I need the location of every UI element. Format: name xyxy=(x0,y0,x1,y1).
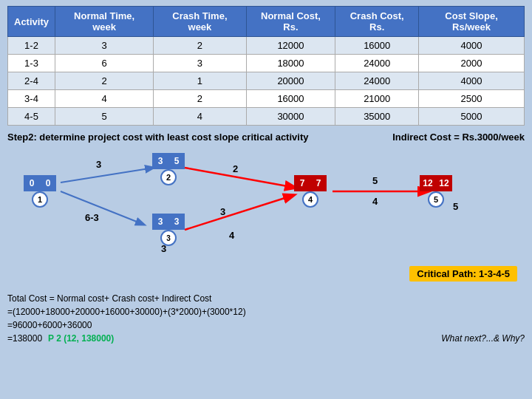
node-4: 7 7 4 xyxy=(294,175,327,208)
table-cell: 2000 xyxy=(419,55,525,72)
what-next-text: What next?...& Why? xyxy=(441,332,525,345)
table-cell: 4 xyxy=(154,108,246,126)
edge-34-label: 4 xyxy=(229,230,234,241)
col-header-activity: Activity xyxy=(8,7,55,37)
node-5-top: 12 xyxy=(420,175,436,191)
total-cost-block: Total Cost = Normal cost+ Crash cost+ In… xyxy=(7,292,246,345)
col-header-crash-time: Crash Time, week xyxy=(154,7,246,37)
p2-highlight: P 2 (12, 138000) xyxy=(48,332,114,345)
table-cell: 6 xyxy=(55,55,153,72)
table-cell: 4000 xyxy=(419,72,525,90)
svg-text:3: 3 xyxy=(220,206,225,217)
table-cell: 18000 xyxy=(246,55,335,72)
node-63-mid: 3 xyxy=(168,214,185,230)
table-cell: 24000 xyxy=(335,55,419,72)
table-cell: 4000 xyxy=(419,37,525,55)
table-cell: 1-3 xyxy=(8,55,55,72)
svg-line-3 xyxy=(185,195,294,230)
table-cell: 16000 xyxy=(246,90,335,108)
table-cell: 30000 xyxy=(246,108,335,126)
svg-text:4: 4 xyxy=(372,196,378,207)
table-cell: 3 xyxy=(55,37,153,55)
total-cost-line4: =138000 xyxy=(7,332,42,345)
table-cell: 1 xyxy=(154,72,246,90)
col-header-normal-cost: Normal Cost, Rs. xyxy=(246,7,335,37)
node-2: 3 5 2 xyxy=(152,153,185,185)
table-cell: 5 xyxy=(55,108,153,126)
table-cell: 2-4 xyxy=(8,72,55,90)
node-4-circle: 4 xyxy=(302,191,318,208)
node-1-bot: 0 xyxy=(40,175,56,191)
table-cell: 20000 xyxy=(246,72,335,90)
what-next-block: What next?...& Why? xyxy=(441,292,525,345)
node-4-top: 7 xyxy=(294,175,310,191)
svg-line-1 xyxy=(61,191,144,225)
table-cell: 35000 xyxy=(335,108,419,126)
table-cell: 2 xyxy=(55,72,153,90)
svg-text:5: 5 xyxy=(372,175,378,186)
node-4-bot: 7 xyxy=(310,175,327,191)
critical-path-label: Critical Path: 1-3-4-5 xyxy=(409,266,517,282)
col-header-normal-time: Normal Time, week xyxy=(55,7,153,37)
step2-row: Step2: determine project cost with least… xyxy=(7,132,525,143)
table-cell: 2 xyxy=(154,37,246,55)
node-1: 0 0 1 xyxy=(24,175,56,208)
svg-line-2 xyxy=(185,168,296,188)
table-cell: 1-2 xyxy=(8,37,55,55)
node-63-top: 3 xyxy=(152,214,168,230)
svg-text:3: 3 xyxy=(96,159,101,170)
node-5: 12 12 5 xyxy=(420,175,452,208)
total-cost-line1: Total Cost = Normal cost+ Crash cost+ In… xyxy=(7,292,246,305)
table-cell: 5000 xyxy=(419,108,525,126)
table-cell: 12000 xyxy=(246,37,335,55)
node-5-circle: 5 xyxy=(428,191,444,208)
total-cost-line4-row: =138000 P 2 (12, 138000) xyxy=(7,332,246,345)
table-cell: 3 xyxy=(154,55,246,72)
table-cell: 24000 xyxy=(335,72,419,90)
svg-text:2: 2 xyxy=(233,163,238,174)
node-2-top: 3 xyxy=(152,153,168,169)
node-2-circle: 2 xyxy=(160,169,177,185)
total-cost-line2: =(12000+18000+20000+16000+30000)+(3*2000… xyxy=(7,305,246,318)
node-1-top: 0 xyxy=(24,175,40,191)
svg-text:6-3: 6-3 xyxy=(85,212,99,223)
svg-line-0 xyxy=(61,168,154,183)
table-cell: 4-5 xyxy=(8,108,55,126)
table-cell: 3-4 xyxy=(8,90,55,108)
node-63-inner-label: 3 xyxy=(161,243,166,254)
network-diagram: 3 6-3 2 3 5 4 5 0 0 1 xyxy=(7,147,525,287)
node-2-bot: 5 xyxy=(168,153,185,169)
node-63: 3 3 3 xyxy=(152,214,185,246)
svg-text:5: 5 xyxy=(453,201,458,212)
node-5-bot: 12 xyxy=(436,175,452,191)
bottom-row: Total Cost = Normal cost+ Crash cost+ In… xyxy=(7,292,525,345)
table-cell: 16000 xyxy=(335,37,419,55)
main-container: Activity Normal Time, week Crash Time, w… xyxy=(0,0,532,351)
step2-text: Step2: determine project cost with least… xyxy=(7,132,308,143)
col-header-cost-slope: Cost Slope, Rs/week xyxy=(419,7,525,37)
table-cell: 2 xyxy=(154,90,246,108)
node-1-circle: 1 xyxy=(32,191,48,208)
col-header-crash-cost: Crash Cost, Rs. xyxy=(335,7,419,37)
indirect-cost: Indirect Cost = Rs.3000/week xyxy=(392,132,525,143)
table-cell: 4 xyxy=(55,90,153,108)
table-cell: 21000 xyxy=(335,90,419,108)
activity-table: Activity Normal Time, week Crash Time, w… xyxy=(7,6,525,126)
bottom-section: Total Cost = Normal cost+ Crash cost+ In… xyxy=(7,292,525,345)
table-cell: 2500 xyxy=(419,90,525,108)
total-cost-line3: =96000+6000+36000 xyxy=(7,318,246,332)
